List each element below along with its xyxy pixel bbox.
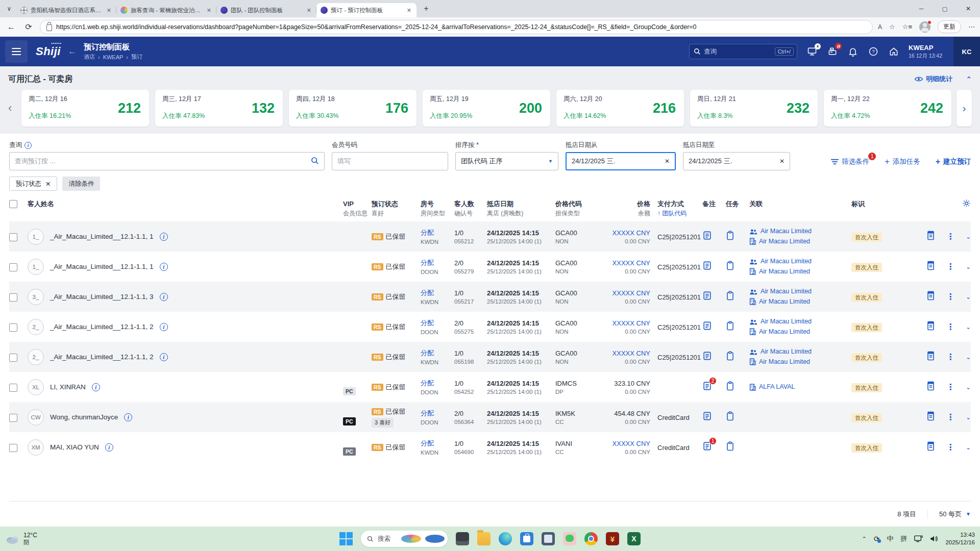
status-chip-remove-icon[interactable]: ✕: [45, 180, 51, 188]
favorite-star-icon[interactable]: ☆: [889, 23, 895, 31]
col-links[interactable]: 关联: [749, 199, 851, 209]
related-profile-name[interactable]: Air Macau Limited: [761, 227, 812, 236]
registration-card-icon[interactable]: [926, 351, 935, 363]
note-icon[interactable]: [702, 261, 712, 270]
related-profile-link[interactable]: Air Macau Limited: [749, 317, 851, 327]
taskbar-wechat[interactable]: [563, 532, 576, 545]
row-expand-chevron-icon[interactable]: ⌄: [966, 384, 971, 391]
assign-room-link[interactable]: 分配: [421, 258, 454, 267]
row-expand-chevron-icon[interactable]: ⌄: [966, 444, 971, 451]
cast-display-icon[interactable]: [914, 535, 923, 542]
col-status[interactable]: 预订状态: [372, 199, 421, 209]
task-clipboard-icon[interactable]: [726, 441, 734, 451]
task-clipboard-icon[interactable]: [726, 231, 734, 240]
refresh-icon[interactable]: ⟳: [22, 22, 35, 32]
related-profile-link[interactable]: Air Macau Limited: [749, 287, 851, 296]
status-filter-chip[interactable]: 预订状态 ✕: [9, 177, 57, 191]
row-more-actions-icon[interactable]: ⋮: [946, 262, 954, 271]
global-search-input[interactable]: 查询 Ctrl+/: [689, 44, 797, 59]
row-more-actions-icon[interactable]: ⋮: [946, 352, 954, 362]
start-button[interactable]: [339, 532, 353, 545]
col-guests[interactable]: 客人数: [454, 199, 487, 209]
query-input[interactable]: 查询预订按 ...: [9, 152, 325, 170]
carousel-prev-icon[interactable]: ‹: [8, 102, 16, 115]
taskbar-search-box[interactable]: 搜索: [361, 531, 448, 547]
user-avatar[interactable]: KC: [953, 37, 980, 66]
select-all-checkbox[interactable]: [9, 200, 17, 208]
guest-info-icon[interactable]: i: [160, 233, 168, 241]
row-more-actions-icon[interactable]: ⋮: [946, 322, 954, 332]
guest-info-icon[interactable]: i: [92, 383, 100, 391]
taskbar-finance-app[interactable]: ¥: [606, 532, 619, 545]
col-notes[interactable]: 备注: [702, 199, 726, 209]
browser-update-button[interactable]: 更新: [938, 20, 961, 33]
note-icon[interactable]: [702, 231, 712, 240]
row-checkbox[interactable]: [9, 384, 17, 392]
related-profile-link[interactable]: Air Macau Limited: [749, 297, 851, 307]
task-clipboard-icon[interactable]: [726, 381, 734, 391]
registration-card-icon[interactable]: [926, 231, 935, 242]
member-number-input[interactable]: 填写: [332, 152, 448, 170]
row-more-actions-icon[interactable]: ⋮: [946, 232, 954, 241]
new-tab-button[interactable]: +: [420, 2, 433, 15]
row-expand-chevron-icon[interactable]: ⌄: [966, 293, 971, 300]
note-icon[interactable]: [702, 411, 712, 421]
related-profile-name[interactable]: ALFA LAVAL: [759, 382, 795, 392]
guest-info-icon[interactable]: i: [160, 353, 168, 361]
row-more-actions-icon[interactable]: ⋮: [946, 292, 954, 302]
profile-avatar[interactable]: [919, 21, 930, 33]
row-checkbox[interactable]: [9, 444, 17, 452]
col-payment[interactable]: 支付方式: [657, 199, 702, 209]
breadcrumb-hotel[interactable]: 酒店: [84, 53, 95, 61]
guest-name[interactable]: _Air_Macau_Limited__12.1-1.1, 1: [50, 233, 154, 240]
tray-expand-icon[interactable]: ⌃: [862, 536, 866, 542]
collections-icon[interactable]: ☆≡: [902, 23, 912, 31]
row-more-actions-icon[interactable]: ⋮: [946, 412, 954, 422]
row-checkbox[interactable]: [9, 414, 17, 422]
availability-card[interactable]: 周三, 12月 17 入住率 47.83% 132: [155, 90, 283, 127]
assign-room-link[interactable]: 分配: [421, 439, 454, 448]
row-checkbox[interactable]: [9, 263, 17, 271]
maximize-button[interactable]: ▢: [933, 0, 957, 17]
create-reservation-button[interactable]: +建立预订: [936, 157, 971, 166]
minimize-button[interactable]: ─: [910, 0, 933, 17]
breadcrumb-reservation[interactable]: 预订: [131, 53, 142, 61]
guest-name[interactable]: _Air_Macau_Limited__12.1-1.1, 3: [50, 293, 154, 300]
browser-tab[interactable]: 预订 - 预订控制面板 ✕: [316, 3, 416, 17]
query-search-icon[interactable]: [311, 157, 319, 166]
close-button[interactable]: ✕: [957, 0, 980, 17]
price-value[interactable]: XXXXX CNY: [595, 289, 650, 297]
page-back-icon[interactable]: ←: [68, 46, 77, 57]
related-profile-link[interactable]: Air Macau Limited: [749, 357, 851, 367]
related-profile-name[interactable]: Air Macau Limited: [759, 267, 810, 277]
tab-close-icon[interactable]: ✕: [406, 7, 412, 14]
browser-tab[interactable]: 旅客查询 - 紫楠旅馆业治安信息管 ✕: [116, 3, 216, 17]
related-profile-name[interactable]: Air Macau Limited: [759, 297, 810, 307]
price-value[interactable]: XXXXX CNY: [595, 259, 650, 267]
detail-statistics-link[interactable]: 明细统计: [915, 74, 952, 84]
task-clipboard-icon[interactable]: [726, 261, 734, 270]
related-profile-link[interactable]: Air Macau Limited: [749, 227, 851, 236]
guest-info-icon[interactable]: i: [105, 443, 113, 452]
related-profile-link[interactable]: Air Macau Limited: [749, 257, 851, 266]
assign-room-link[interactable]: 分配: [421, 228, 454, 237]
guest-name[interactable]: Wong, chunmanJoyce: [50, 413, 118, 421]
sort-by-select[interactable]: 团队代码 正序 ▼: [455, 152, 558, 170]
arrival-to-input[interactable]: 24/12/2025 三. ✕: [683, 152, 790, 170]
table-row[interactable]: 3_ _Air_Macau_Limited__12.1-1.1, 3 i RS …: [9, 282, 971, 312]
related-profile-name[interactable]: Air Macau Limited: [761, 317, 812, 327]
registration-card-icon[interactable]: [926, 321, 935, 333]
related-profile-link[interactable]: Air Macau Limited: [749, 327, 851, 337]
add-task-button[interactable]: +添加任务: [885, 157, 920, 166]
registration-card-icon[interactable]: [926, 261, 935, 272]
back-icon[interactable]: ←: [5, 22, 17, 32]
availability-card[interactable]: 周一, 12月 22 入住率 4.72% 242: [824, 90, 951, 127]
note-icon[interactable]: [702, 351, 712, 361]
task-clipboard-icon[interactable]: [726, 411, 734, 421]
guest-name[interactable]: _Air_Macau_Limited__12.1-1.1, 1: [50, 263, 154, 270]
arrival-from-input[interactable]: 24/12/2025 三. ✕: [566, 152, 676, 170]
tab-search-icon[interactable]: ∨: [2, 2, 16, 15]
taskbar-clock[interactable]: 13:43 2025/12/16: [945, 531, 975, 546]
assign-room-link[interactable]: 分配: [421, 409, 454, 418]
task-clipboard-icon[interactable]: [726, 351, 734, 361]
